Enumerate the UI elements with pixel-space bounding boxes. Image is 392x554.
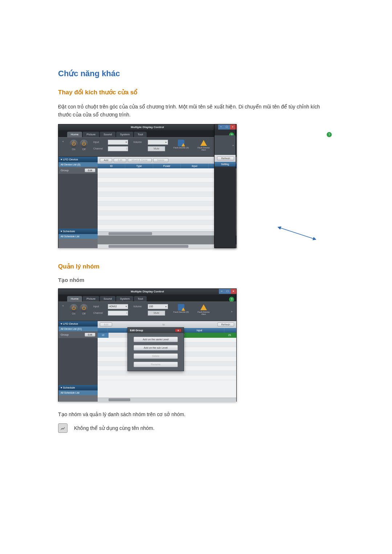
sidebar-all-device[interactable]: All Device List (01) bbox=[58, 327, 98, 331]
channel-stepper[interactable]: ⁞ bbox=[108, 311, 128, 316]
add-same-level-button[interactable]: Add on the same Level bbox=[134, 337, 178, 342]
screenshot-create-group: Multiple Display Control − □ × ? Home Pi… bbox=[58, 288, 334, 402]
power-off-icon[interactable]: ⏻ bbox=[80, 304, 88, 312]
maximize-icon[interactable]: □ bbox=[225, 289, 230, 294]
delete-button[interactable]: Delete bbox=[153, 158, 168, 162]
col-setting: Setting bbox=[215, 162, 236, 167]
edit-group-popup: Edit Group x Add on the same Level Add o… bbox=[127, 327, 184, 371]
edit-button[interactable]: Edit bbox=[85, 333, 95, 337]
volume-label: Volume bbox=[133, 305, 146, 308]
fault-alert-icon[interactable] bbox=[200, 140, 207, 146]
power-on-label: On bbox=[69, 148, 78, 151]
tab-sound[interactable]: Sound bbox=[100, 296, 115, 301]
add-sub-level-button[interactable]: Add on the sub Level bbox=[134, 345, 178, 350]
sidebar-section-lfd[interactable]: ▾ LFD Device bbox=[58, 157, 98, 162]
popup-rename-button[interactable]: Rename bbox=[134, 362, 178, 367]
move-clone-button[interactable]: Move & Clone bbox=[128, 158, 152, 162]
nav-right-icon[interactable]: ▸ bbox=[231, 309, 233, 313]
power-off-icon[interactable]: ⏻ bbox=[80, 140, 88, 148]
tab-bar: Home Picture Sound System Tool bbox=[58, 130, 236, 137]
sidebar-section-lfd[interactable]: ▾ LFD Device bbox=[58, 321, 98, 327]
sidebar-section-schedule[interactable]: ▾ Schedule bbox=[58, 229, 98, 234]
add-button[interactable]: Add bbox=[100, 158, 112, 162]
refresh-button[interactable]: Refresh bbox=[217, 156, 234, 160]
edit-button[interactable]: Edit bbox=[85, 168, 95, 172]
partial-label: to bbox=[163, 323, 165, 326]
channel-stepper[interactable]: ⁞ bbox=[108, 146, 128, 151]
maximize-icon[interactable]: □ bbox=[224, 124, 230, 130]
tab-bar: Home Picture Sound System Tool bbox=[58, 295, 236, 301]
input-dropdown[interactable]: ▾ bbox=[108, 140, 128, 145]
minimize-icon[interactable]: − bbox=[218, 124, 224, 130]
refresh-button[interactable]: Refresh bbox=[217, 323, 234, 327]
secondary-window-fragment: − □ × ? ▸ Refresh Setting bbox=[214, 124, 236, 248]
input-dropdown[interactable]: HDMI2▾ bbox=[108, 304, 128, 309]
nav-left-icon[interactable]: ◂ bbox=[62, 304, 64, 307]
window-title: Multiple Display Control bbox=[131, 126, 164, 129]
power-on-icon[interactable]: ⏻ bbox=[70, 304, 78, 312]
svg-line-0 bbox=[278, 227, 316, 239]
nav-left-icon[interactable]: ◂ bbox=[62, 140, 64, 143]
col-id: ID bbox=[98, 164, 125, 168]
toolbar: ◂ ⏻ On ⏻ Off Input ▾ bbox=[58, 137, 236, 157]
app-window: Multiple Display Control − □ × ? Home Pi… bbox=[58, 288, 237, 402]
popup-delete-button[interactable]: Delete bbox=[134, 353, 178, 359]
note-icon bbox=[58, 423, 68, 433]
sidebar: ▾ LFD Device All Device List (0) Group E… bbox=[58, 157, 98, 248]
tab-home[interactable]: Home bbox=[67, 296, 82, 301]
fault-device-icon[interactable] bbox=[178, 140, 184, 146]
popup-title: Edit Group bbox=[130, 329, 143, 332]
popup-close-icon[interactable]: x bbox=[175, 329, 181, 332]
screenshot-resize: Multiple Display Control − □ × ? Home Pi… bbox=[58, 124, 334, 248]
fault-alert-icon[interactable] bbox=[200, 304, 207, 311]
col-input: Input bbox=[181, 164, 208, 168]
tab-sound[interactable]: Sound bbox=[100, 132, 115, 137]
power-off-label: Off bbox=[79, 148, 88, 151]
tab-tool[interactable]: Tool bbox=[134, 296, 147, 301]
mute-button[interactable]: Mute bbox=[148, 311, 165, 316]
minimize-icon[interactable]: − bbox=[219, 289, 225, 294]
fault-alert-label: Fault Device Alert bbox=[196, 147, 212, 151]
fault-device-icon[interactable] bbox=[178, 304, 184, 311]
col-power: Power bbox=[153, 164, 181, 168]
input-label: Input bbox=[93, 141, 106, 143]
col-type: Type bbox=[125, 164, 153, 168]
resize-cursor-icon bbox=[275, 225, 319, 241]
sidebar: ▾ LFD Device All Device List (01) Group … bbox=[58, 321, 98, 402]
volume-stepper[interactable]: 100▸ bbox=[148, 304, 168, 309]
sidebar-group-label: Group bbox=[61, 333, 69, 336]
sidebar-all-device[interactable]: All Device List (0) bbox=[58, 162, 98, 167]
tab-system[interactable]: System bbox=[116, 132, 133, 137]
row-id: 21 bbox=[223, 333, 236, 338]
power-on-label: On bbox=[69, 312, 78, 315]
add-button[interactable]: Add bbox=[100, 323, 112, 327]
sidebar-section-schedule[interactable]: ▾ Schedule bbox=[58, 385, 98, 390]
tab-tool[interactable]: Tool bbox=[134, 132, 147, 137]
tab-system[interactable]: System bbox=[116, 296, 133, 301]
titlebar: Multiple Display Control − □ × bbox=[58, 124, 236, 130]
mute-button[interactable]: Mute bbox=[148, 146, 165, 151]
tab-picture[interactable]: Picture bbox=[83, 132, 99, 137]
subsection-create-heading: Tạo nhóm bbox=[58, 277, 334, 283]
titlebar: Multiple Display Control − □ × bbox=[58, 289, 236, 295]
volume-stepper[interactable]: ▸ bbox=[148, 140, 168, 145]
tab-picture[interactable]: Picture bbox=[83, 296, 99, 301]
table-row bbox=[98, 371, 236, 376]
sidebar-all-schedule[interactable]: All Schedule List bbox=[58, 390, 98, 395]
help-icon[interactable]: ? bbox=[327, 132, 332, 137]
section-resize-heading: Thay đổi kích thước cửa sổ bbox=[58, 89, 334, 96]
nav-right-icon[interactable]: ▸ bbox=[233, 143, 234, 147]
page-title: Chức năng khác bbox=[58, 69, 334, 78]
edit-device-button[interactable]: Edit bbox=[114, 158, 126, 162]
sidebar-all-schedule[interactable]: All Schedule List bbox=[58, 234, 98, 239]
help-icon[interactable]: ? bbox=[229, 297, 234, 302]
volume-label: Volume bbox=[133, 141, 146, 143]
close-icon[interactable]: × bbox=[230, 124, 236, 130]
close-icon[interactable]: × bbox=[230, 289, 236, 294]
horizontal-scrollbar[interactable] bbox=[98, 398, 236, 402]
channel-label: Channel bbox=[93, 147, 106, 150]
power-on-icon[interactable]: ⏻ bbox=[70, 140, 78, 148]
tab-home[interactable]: Home bbox=[67, 132, 82, 137]
power-off-label: Off bbox=[79, 312, 88, 315]
fault-device-label: Fault Device (0) bbox=[173, 311, 189, 313]
